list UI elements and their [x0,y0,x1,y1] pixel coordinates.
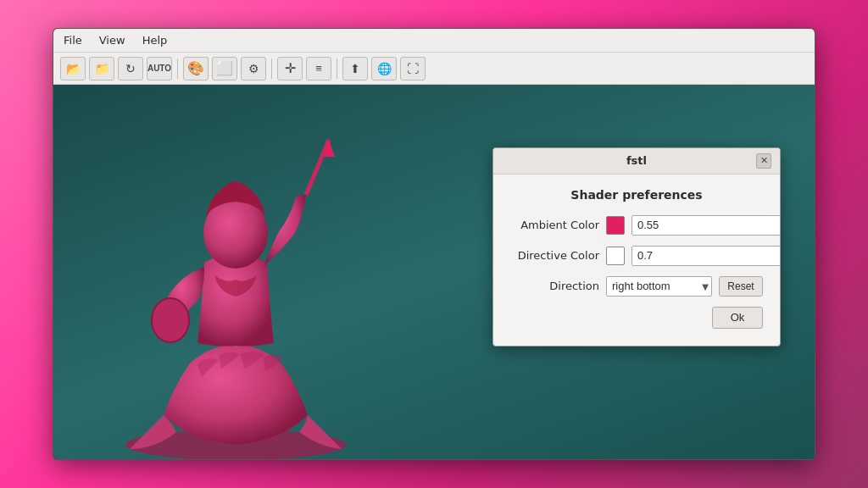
direction-reset-button[interactable]: Reset [719,276,763,297]
direction-select[interactable]: right bottom right top left bottom left … [606,276,712,297]
toolbar: 📂 📁 ↻ AUTO 🎨 ⬜ ⚙ ✛ ≡ ⬆ [53,53,815,85]
menu-view[interactable]: View [96,32,129,48]
directive-color-input[interactable] [632,246,781,266]
dialog-heading: Shader preferences [510,188,763,202]
mesh-button[interactable]: ⬜ [212,57,237,80]
main-viewport: fstl ✕ Shader preferences Ambient Color … [53,85,815,459]
settings-button[interactable]: ⚙ [241,57,266,80]
dialog-content: Shader preferences Ambient Color Reset D… [493,175,780,346]
menu-bar: File View Help [53,29,815,53]
ok-button[interactable]: Ok [712,307,763,329]
open-button[interactable]: 📂 [60,57,86,80]
toolbar-sep-2 [271,58,272,79]
directive-color-swatch[interactable] [606,247,625,265]
menu-help[interactable]: Help [139,32,171,48]
dialog-close-button[interactable]: ✕ [756,153,771,169]
globe-button[interactable]: 🌐 [371,57,397,80]
shader-preferences-dialog: fstl ✕ Shader preferences Ambient Color … [492,147,781,347]
add-button[interactable]: ✛ [277,57,303,80]
reload-button[interactable]: ↻ [118,57,143,80]
dialog-overlay: fstl ✕ Shader preferences Ambient Color … [53,85,815,459]
auto-button[interactable]: AUTO [147,57,172,80]
dialog-footer: Ok [510,307,763,329]
ambient-color-row: Ambient Color Reset [510,215,763,236]
color-button[interactable]: 🎨 [183,57,209,80]
folder-button[interactable]: 📁 [89,57,114,80]
toolbar-sep-3 [337,58,337,79]
direction-label: Direction [510,280,599,292]
toolbar-sep-1 [177,58,178,79]
direction-select-wrapper: right bottom right top left bottom left … [606,276,712,297]
dialog-titlebar: fstl ✕ [493,148,780,175]
list-button[interactable]: ≡ [306,57,331,80]
3d-viewport: fstl ✕ Shader preferences Ambient Color … [53,85,815,459]
export-button[interactable]: ⬆ [342,57,368,80]
ambient-color-swatch[interactable] [606,216,625,235]
ambient-color-label: Ambient Color [510,219,599,231]
menu-file[interactable]: File [60,32,86,48]
fullscreen-button[interactable]: ⛶ [400,57,426,80]
directive-color-label: Directive Color [510,249,599,262]
dialog-title: fstl [517,154,756,167]
direction-row: Direction right bottom right top left bo… [510,276,763,297]
app-window: File View Help 📂 📁 ↻ AUTO 🎨 ⬜ ⚙ ✛ [53,28,815,460]
directive-color-row: Directive Color Reset [510,246,763,266]
ambient-color-input[interactable] [632,215,781,236]
